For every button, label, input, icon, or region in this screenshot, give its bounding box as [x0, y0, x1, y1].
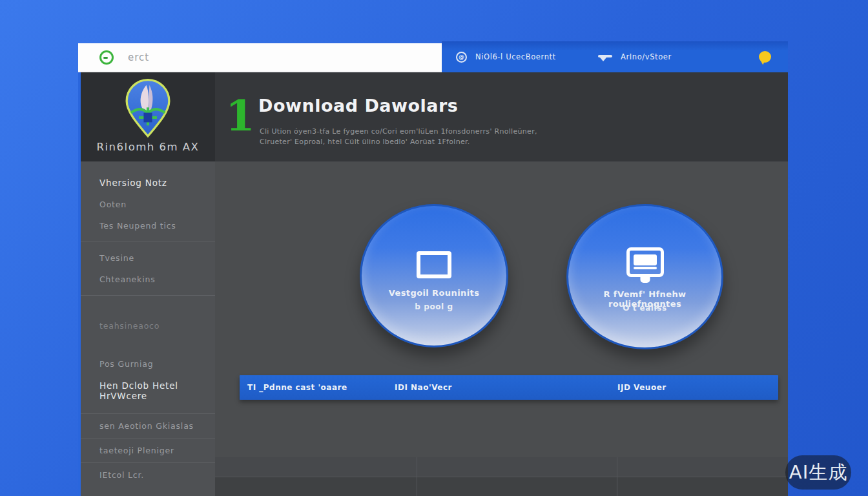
hero-header: 1 Download Dawolars Cli Ution óyen3-tfa … — [215, 72, 788, 161]
main-content: 1 Download Dawolars Cli Ution óyen3-tfa … — [215, 72, 788, 496]
sidebar-item-6[interactable]: Pos Gurniag — [81, 353, 215, 375]
footer-divider — [617, 457, 617, 496]
app-window: @ NiOl6-l UcecBoerntt ArIno/vStoer — [78, 41, 788, 496]
card-sublabel: O t'ealiss — [568, 304, 721, 313]
menu-divider — [81, 242, 215, 242]
brand-logo-icon — [119, 79, 176, 138]
toolbar-item-2[interactable]: IDI Nao'Vecr — [395, 375, 452, 400]
download-toolbar: TI _Pdnne cast 'oaare IDI Nao'Vecr IJD V… — [240, 375, 778, 400]
top-navigation: @ NiOl6-l UcecBoerntt ArIno/vStoer — [442, 41, 788, 72]
brand-block[interactable]: Rin6lomh 6m AX — [81, 72, 215, 161]
page-description: Cli Ution óyen3-tfa Le fygeen co/Cori eo… — [260, 127, 537, 147]
sidebar-item-9[interactable]: taeteoji Pleniger — [81, 438, 215, 462]
nav-item-store[interactable]: ArIno/vStoer — [598, 41, 672, 72]
sidebar-item-5[interactable]: teahsineaoco — [81, 315, 215, 336]
nav-item-label: NiOl6-l UcecBoerntt — [475, 52, 556, 61]
search-icon — [99, 50, 114, 65]
sidebar-item-1[interactable]: Ooten — [81, 194, 215, 215]
screen-line-shape — [634, 267, 657, 269]
toolbar-item-3[interactable]: IJD Veuoer — [617, 375, 666, 400]
sidebar-item-4[interactable]: Chteanekins — [81, 269, 215, 290]
menu-divider — [81, 295, 215, 296]
search-bar — [78, 43, 442, 72]
page-title: Download Dawolars — [258, 96, 458, 116]
card-label: Vestgoil Rouninits — [362, 288, 506, 298]
brand-name: Rin6lomh 6m AX — [97, 141, 200, 153]
description-line-1: Cli Ution óyen3-tfa Le fygeen co/Cori eo… — [260, 127, 537, 137]
footer-row-upper — [215, 457, 788, 477]
stand-shape — [640, 275, 650, 283]
download-card-desktop[interactable]: Vestgoil Rouninits b pool g — [360, 204, 508, 347]
sidebar-item-10[interactable]: IEtcol Lcr. — [81, 462, 215, 487]
flag-icon — [598, 52, 612, 61]
monitor-content-icon — [626, 247, 664, 277]
sidebar-item-version-notes[interactable]: Vhersiog Notz — [81, 172, 215, 194]
download-card-installer[interactable]: R fVemf' Hfnehw rouliefnogntes O t'ealis… — [566, 204, 723, 349]
sidebar-item-8[interactable]: sen Aeotion Gkiaslas — [81, 413, 215, 438]
screen-shape — [634, 254, 657, 265]
nav-item-label: ArIno/vStoer — [621, 52, 672, 61]
description-line-2: Clrueter' Eoproal, htel Cült ülino lbedl… — [260, 137, 537, 147]
sidebar-item-7[interactable]: Hen Dclob Hetel HrVWcere — [81, 375, 215, 407]
ai-generated-watermark: AI生成 — [785, 455, 851, 490]
footer-divider — [417, 457, 417, 496]
card-sublabel: b pool g — [362, 302, 506, 311]
sidebar-item-2[interactable]: Tes Neupend tics — [81, 215, 215, 236]
monitor-outline-icon — [417, 251, 451, 278]
topbar: @ NiOl6-l UcecBoerntt ArIno/vStoer — [78, 41, 788, 72]
user-icon: @ — [456, 52, 467, 63]
sidebar-item-3[interactable]: Tvesine — [81, 247, 215, 269]
search-input[interactable] — [128, 52, 412, 63]
sidebar-menu: Vhersiog Notz Ooten Tes Neupend tics Tve… — [81, 161, 215, 487]
step-number: 1 — [225, 94, 255, 137]
footer-row-lower — [215, 477, 788, 496]
sidebar: Rin6lomh 6m AX Vhersiog Notz Ooten Tes N… — [78, 72, 215, 496]
nav-item-account[interactable]: @ NiOl6-l UcecBoerntt — [456, 41, 556, 72]
toolbar-item-1[interactable]: TI _Pdnne cast 'oaare — [247, 375, 347, 400]
notification-bubble-icon[interactable] — [759, 51, 771, 63]
